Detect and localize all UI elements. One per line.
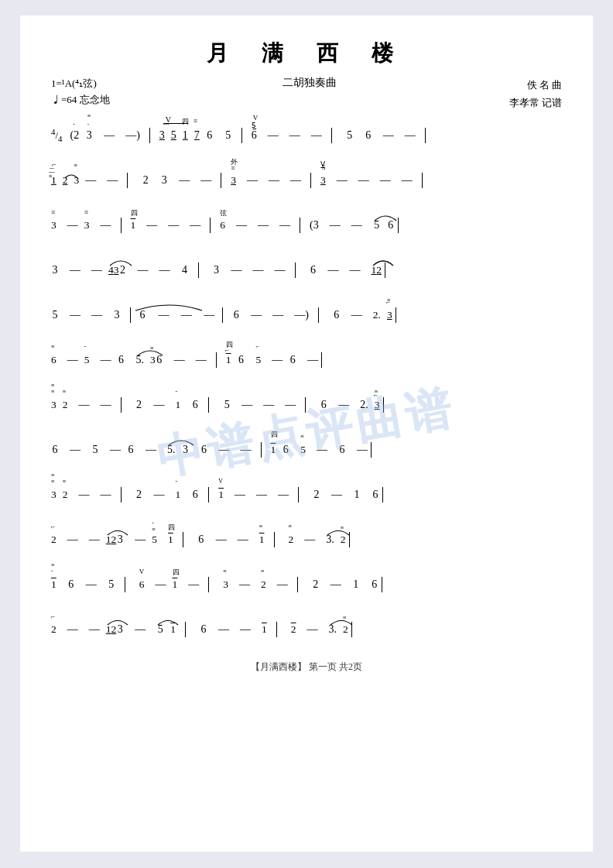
note-group-long: V̲ 5 3 xyxy=(320,174,326,187)
page-title: 月 满 西 楼 xyxy=(51,39,562,68)
note: 弦6 xyxy=(220,219,225,232)
note: 四 1 xyxy=(131,219,136,232)
note: ≡2 xyxy=(63,489,68,501)
music-row-6: ≡6 — -5 — 6 5. xyxy=(51,341,562,379)
note: 四 1 xyxy=(168,533,173,546)
right-info: 佚 名 曲 李孝常 记谱 xyxy=(509,76,562,112)
note: - ≡5 xyxy=(152,533,157,546)
music-row-11: - ≡ 1 6 — 5 V6 — 四 xyxy=(51,565,562,604)
barline xyxy=(149,128,150,143)
note: -1 xyxy=(176,489,181,501)
note: ≡6 xyxy=(51,354,57,366)
note-group: V 5̲ 6 xyxy=(252,129,257,142)
note: 1 xyxy=(262,623,267,636)
music-row-8: 6 — 5 — 6 — 5. 3 xyxy=(51,431,562,469)
tempo-info: ♩=64 忘念地 xyxy=(51,92,110,108)
music-row-7: ≡ ≡3 ≡2 — — 2 — -1 xyxy=(51,386,562,424)
slur-group: 5 6 xyxy=(373,219,395,232)
slur-43: 4 3 xyxy=(108,264,119,276)
note: ≡3 xyxy=(223,578,228,591)
slur-12: 1 2 xyxy=(372,264,382,276)
music-row-12: ⌐2 — — 1 2 3 — xyxy=(51,610,562,649)
note: 四 1 xyxy=(173,578,178,591)
slur-12b: 1 2 xyxy=(106,533,117,546)
note: 外 ≡ 3 xyxy=(231,174,236,187)
note: ⌐2 xyxy=(51,533,57,546)
note: ⌐2 xyxy=(51,623,57,636)
left-info: 1=¹A(⁴₁弦) ♩=64 忘念地 xyxy=(51,76,110,108)
note: ≡ 1 xyxy=(259,533,265,546)
music-row-4: 3 — — 4 3 2 — — xyxy=(51,251,562,290)
music-row-9: ≡ ≡3 ≡2 — — 2 — -1 xyxy=(51,475,562,514)
slur-32b: 3. ≡2 xyxy=(329,623,348,636)
note: 2 xyxy=(291,623,296,636)
transcriber: 李孝常 记谱 xyxy=(509,94,562,112)
music-content: 4/4 (·2 · ≡3 — —) V xyxy=(51,116,562,649)
slur-51: 5 1 xyxy=(156,623,176,636)
note-group: 四 1 xyxy=(271,444,276,456)
note: ⌐ 二 ≡ 1 xyxy=(51,174,57,187)
subtitle-row: 1=¹A(⁴₁弦) ♩=64 忘念地 二胡独奏曲 佚 名 曲 李孝常 记谱 xyxy=(51,76,562,112)
composer: 佚 名 曲 xyxy=(509,76,562,94)
note: -1 xyxy=(176,399,181,411)
music-row-2: ⌐ 二 ≡ 1 2 ≡ 3 — — xyxy=(51,161,562,200)
center-info: 二胡独奏曲 xyxy=(283,76,337,90)
slur-12c: 1 2 xyxy=(106,623,117,636)
note: · ≡3 xyxy=(85,129,93,142)
key-info: 1=¹A(⁴₁弦) xyxy=(51,76,110,92)
music-row-3: ≡3 — ≡3 — 四 1 — xyxy=(51,206,562,245)
note: ≡2 xyxy=(261,578,266,591)
note-3-mark: ≡ ⌐3 xyxy=(387,309,392,321)
note-dot-2: 2. xyxy=(373,309,381,321)
note: ≡ ≡3 xyxy=(51,399,57,411)
note-group: 四 ⌐ 1 xyxy=(226,354,231,366)
note: ≡ ≡3 xyxy=(51,489,57,501)
page: 月 满 西 楼 1=¹A(⁴₁弦) ♩=64 忘念地 二胡独奏曲 佚 名 曲 李… xyxy=(20,15,593,852)
note: V6 xyxy=(139,578,145,591)
note: ≡2 xyxy=(289,533,294,546)
note: ≡2 xyxy=(63,399,68,411)
music-row-5: 5 — — 3 6 — — — xyxy=(51,296,562,335)
note: ≡5 xyxy=(300,444,306,456)
note: ≡3 xyxy=(51,219,57,232)
time-sig: 4/4 xyxy=(51,127,62,143)
beam-group: V — 3 5 四 1 ≡ 7 xyxy=(159,129,200,142)
music-row-10: ⌐2 — — 1 2 3 — xyxy=(51,520,562,559)
slur-53: 5. ≡3 xyxy=(136,354,156,366)
slur-32: 3. ≡2 xyxy=(326,533,345,546)
note: ≡ 3 xyxy=(74,174,80,187)
slur-group-large: 6 — — — xyxy=(134,309,219,321)
note: -5 xyxy=(84,354,90,366)
note: 2 xyxy=(63,174,68,187)
slur-53b: 5. 3 xyxy=(167,444,190,456)
note: ⌐5 xyxy=(256,354,262,366)
note: ≡3 xyxy=(84,219,90,232)
note: (·2 xyxy=(70,129,79,142)
footer: 【月满西楼】 第一页 共2页 xyxy=(51,660,562,674)
note: - ≡ 1 xyxy=(51,578,57,591)
note: ≡ ⌐ 3 xyxy=(375,399,380,411)
note: V 1 xyxy=(218,489,224,501)
music-row-1: 4/4 (·2 · ≡3 — —) V xyxy=(51,116,562,155)
